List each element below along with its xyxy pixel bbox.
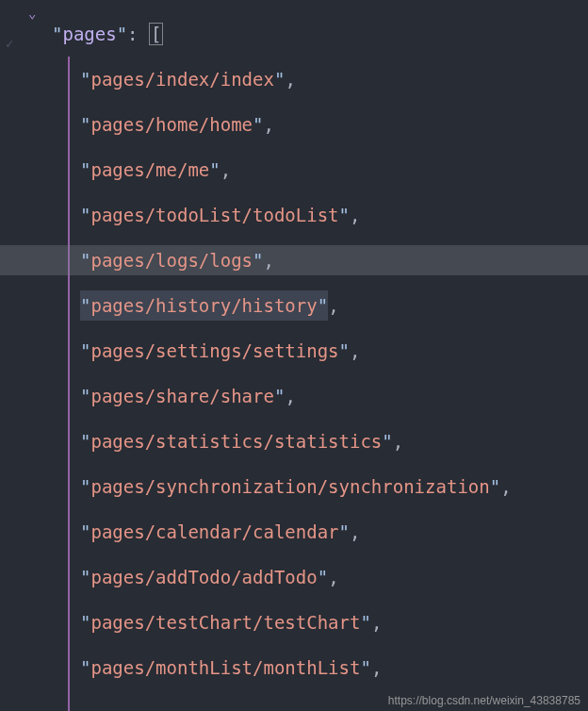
quote: " (80, 246, 90, 274)
json-string-value: pages/share/share (90, 382, 273, 410)
code-line-entry[interactable]: "pages/calendar/calendar", (0, 517, 588, 547)
json-array-entries: "pages/index/index","pages/home/home","p… (0, 49, 588, 683)
json-string-value: pages/testChart/testChart (90, 608, 360, 637)
json-string-value: pages/logs/logs (90, 246, 253, 274)
code-editor[interactable]: ⌄ ✓ "pages": [ "pages/index/index","page… (0, 0, 588, 683)
code-line-entry[interactable]: "pages/index/index", (0, 64, 588, 94)
json-string-value: pages/home/home (90, 110, 253, 139)
code-line-entry[interactable]: "pages/home/home", (0, 109, 588, 140)
json-string-value: pages/me/me (90, 156, 209, 184)
json-string-value: pages/index/index (90, 65, 273, 93)
quote: " (80, 427, 90, 455)
text-selection: "pages/history/history" (80, 290, 328, 321)
quote: " (253, 110, 263, 139)
json-string-value: pages/addTodo/addTodo (90, 563, 317, 591)
quote: " (339, 201, 350, 229)
comma: , (328, 291, 338, 320)
quote: " (274, 382, 285, 410)
quote: " (274, 65, 285, 93)
code-line-entry[interactable]: "pages/history/history", (0, 290, 588, 321)
comma: , (371, 608, 382, 637)
quote: " (80, 653, 90, 682)
bracket-open: [ (149, 23, 163, 46)
quote: " (318, 563, 328, 591)
code-line-entry[interactable]: "pages/monthList/monthList", (0, 653, 588, 683)
comma: , (371, 653, 382, 682)
json-string-value: pages/monthList/monthList (90, 653, 360, 682)
quote: " (360, 653, 370, 682)
json-string-value: pages/todoList/todoList (90, 201, 338, 229)
quote: " (80, 563, 90, 591)
colon: : (127, 20, 149, 48)
code-line-entry[interactable]: "pages/todoList/todoList", (0, 200, 588, 230)
quote: " (80, 156, 90, 184)
quote: " (52, 20, 62, 48)
quote: " (339, 337, 350, 365)
quote: " (117, 20, 127, 48)
comma: , (220, 156, 231, 184)
quote: " (360, 608, 370, 637)
quote: " (339, 518, 350, 546)
json-key: pages (62, 20, 116, 48)
comma: , (393, 427, 403, 455)
watermark-text: https://blog.csdn.net/weixin_43838785 (388, 694, 580, 707)
code-line-entry[interactable]: "pages/synchronization/synchronization", (0, 471, 588, 502)
code-line-entry[interactable]: "pages/addTodo/addTodo", (0, 562, 588, 592)
quote: " (80, 608, 90, 637)
quote: " (80, 65, 90, 93)
quote: " (80, 110, 90, 139)
quote: " (80, 295, 90, 316)
code-line-entry[interactable]: "pages/settings/settings", (0, 336, 588, 366)
json-string-value: pages/calendar/calendar (90, 518, 338, 546)
quote: " (209, 156, 220, 184)
quote: " (253, 246, 263, 274)
comma: , (350, 201, 360, 229)
comma: , (500, 472, 511, 501)
comma: , (285, 65, 295, 93)
code-line-entry[interactable]: "pages/logs/logs", (0, 245, 588, 275)
quote: " (80, 518, 90, 546)
quote: " (490, 472, 500, 501)
quote: " (80, 201, 90, 229)
comma: , (350, 518, 360, 546)
json-string-value: pages/synchronization/synchronization (90, 472, 489, 501)
json-string-value: pages/settings/settings (90, 337, 338, 365)
comma: , (285, 382, 295, 410)
code-line-entry[interactable]: "pages/share/share", (0, 381, 588, 411)
code-line-key[interactable]: "pages": [ (0, 19, 588, 49)
code-line-entry[interactable]: "pages/statistics/statistics", (0, 426, 588, 456)
json-string-value: pages/statistics/statistics (90, 427, 382, 455)
quote: " (382, 427, 392, 455)
code-line-entry[interactable]: "pages/me/me", (0, 155, 588, 185)
comma: , (328, 563, 338, 591)
comma: , (264, 246, 274, 274)
quote: " (80, 337, 90, 365)
quote: " (80, 382, 90, 410)
comma: , (264, 110, 274, 139)
quote: " (80, 472, 90, 501)
code-line-entry[interactable]: "pages/testChart/testChart", (0, 607, 588, 637)
comma: , (350, 337, 360, 365)
quote: " (318, 295, 328, 316)
json-string-value: pages/history/history (90, 295, 317, 316)
